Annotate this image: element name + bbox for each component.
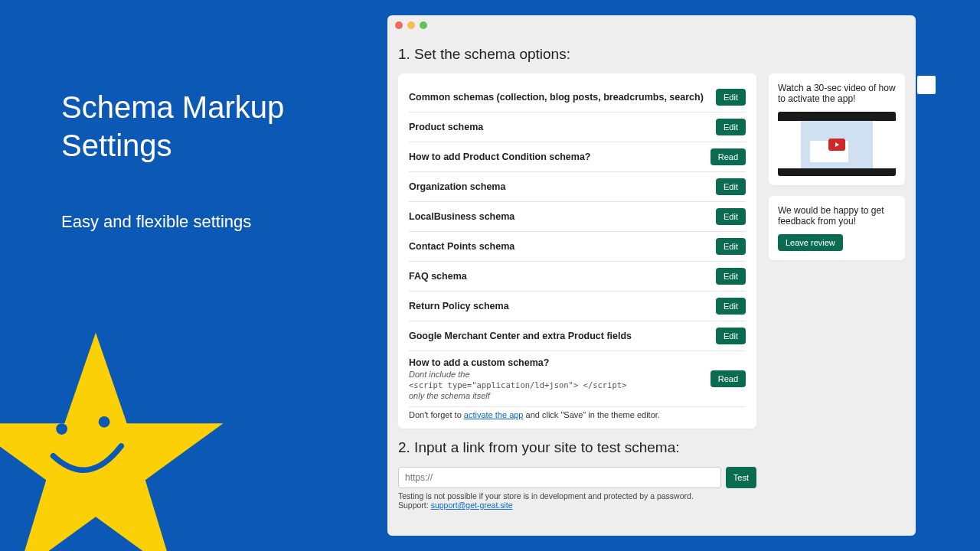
video-card-text: Watch a 30-sec video of how to activate … <box>778 83 896 104</box>
activate-app-link[interactable]: activate the app <box>464 410 524 419</box>
schema-row-custom: How to add a custom schema? Dont include… <box>409 351 746 407</box>
support-email-link[interactable]: support@get-great.site <box>431 500 513 510</box>
video-card: Watch a 30-sec video of how to activate … <box>769 73 905 185</box>
schema-row: Google Merchant Center and extra Product… <box>409 321 746 351</box>
row-label: Organization schema <box>409 181 716 192</box>
schema-options-card: Common schemas (collection, blog posts, … <box>398 73 756 429</box>
footnote: Don't forget to activate the app and cli… <box>409 410 746 419</box>
edit-button[interactable]: Edit <box>716 89 746 106</box>
schema-row: How to add Product Condition schema?Read <box>409 142 746 172</box>
row-label: How to add a custom schema? Dont include… <box>409 357 710 400</box>
test-note: Testing is not possible if your store is… <box>398 491 756 500</box>
test-url-input[interactable] <box>398 467 721 488</box>
read-button[interactable]: Read <box>710 370 746 387</box>
row-label: FAQ schema <box>409 271 716 282</box>
support-line: Support: support@get-great.site <box>398 500 756 510</box>
close-icon[interactable] <box>395 21 403 29</box>
schema-row: Contact Points schemaEdit <box>409 232 746 262</box>
section-1-title: 1. Set the schema options: <box>398 46 905 63</box>
svg-marker-0 <box>0 333 224 551</box>
star-illustration <box>0 321 237 551</box>
page-subtitle: Easy and flexible settings <box>61 207 352 237</box>
edit-button[interactable]: Edit <box>716 298 746 315</box>
maximize-icon[interactable] <box>420 21 427 29</box>
page-title: Schema MarkupSettings <box>61 88 352 165</box>
row-label: Return Policy schema <box>409 301 716 311</box>
edit-button[interactable]: Edit <box>716 268 746 285</box>
svg-point-2 <box>99 416 110 428</box>
svg-point-1 <box>56 423 67 435</box>
schema-row: Organization schemaEdit <box>409 172 746 202</box>
schema-row: Product schemaEdit <box>409 112 746 142</box>
section-2-title: 2. Input a link from your site to test s… <box>398 439 756 456</box>
row-label: Google Merchant Center and extra Product… <box>409 331 716 341</box>
edit-button[interactable]: Edit <box>716 328 746 344</box>
feedback-text: We would be happy to get feedback from y… <box>778 205 896 227</box>
test-button[interactable]: Test <box>726 467 756 488</box>
row-label: Product schema <box>409 122 716 132</box>
row-label: LocalBusiness schema <box>409 211 716 222</box>
minimize-icon[interactable] <box>407 21 415 29</box>
read-button[interactable]: Read <box>710 148 746 165</box>
feedback-card: We would be happy to get feedback from y… <box>769 196 905 260</box>
window-titlebar <box>387 15 916 35</box>
app-window: 1. Set the schema options: Common schema… <box>387 15 916 536</box>
edit-button[interactable]: Edit <box>716 119 746 135</box>
edit-button[interactable]: Edit <box>716 238 746 255</box>
row-label: Contact Points schema <box>409 241 716 252</box>
schema-row: Return Policy schemaEdit <box>409 292 746 321</box>
edit-button[interactable]: Edit <box>716 178 746 195</box>
leave-review-button[interactable]: Leave review <box>778 234 843 251</box>
schema-row: LocalBusiness schemaEdit <box>409 202 746 232</box>
row-label: How to add Product Condition schema? <box>409 152 710 162</box>
video-thumbnail[interactable] <box>778 112 896 176</box>
edit-button[interactable]: Edit <box>716 208 746 225</box>
schema-row: Common schemas (collection, blog posts, … <box>409 83 746 112</box>
play-icon <box>828 139 845 151</box>
schema-row: FAQ schemaEdit <box>409 262 746 292</box>
row-label: Common schemas (collection, blog posts, … <box>409 92 716 103</box>
overflow-tab <box>917 76 936 94</box>
